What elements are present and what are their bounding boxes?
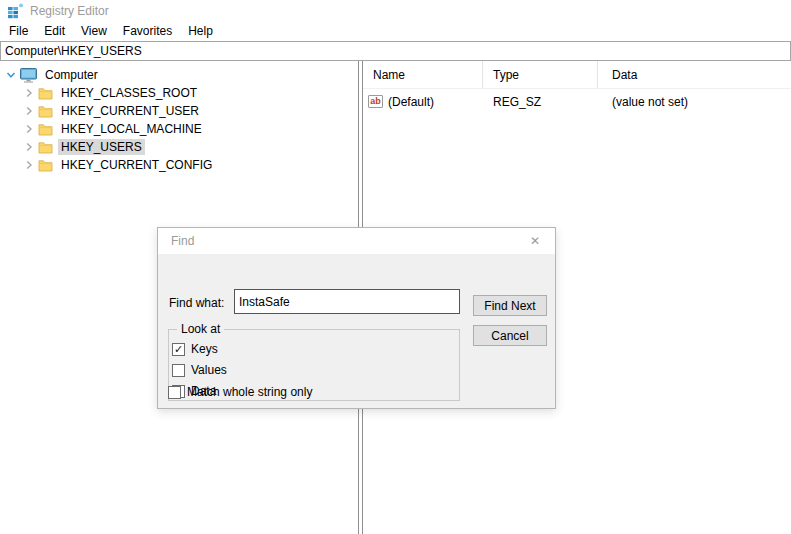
value-name-text: (Default)	[388, 95, 434, 109]
menu-file[interactable]: File	[1, 22, 36, 41]
window-title: Registry Editor	[30, 4, 109, 18]
tree-item-hkey-users[interactable]: HKEY_USERS	[0, 138, 358, 156]
tree-item-label[interactable]: Computer	[42, 67, 101, 83]
tree-item-label[interactable]: HKEY_CURRENT_CONFIG	[58, 157, 215, 173]
tree-item-hkey-classes-root[interactable]: HKEY_CLASSES_ROOT	[0, 84, 358, 102]
menu-view[interactable]: View	[73, 22, 115, 41]
column-header-data[interactable]: Data	[598, 61, 791, 88]
keys-checkbox-label[interactable]: Keys	[191, 342, 218, 356]
tree-item-hkey-current-user[interactable]: HKEY_CURRENT_USER	[0, 102, 358, 120]
value-data-cell: (value not set)	[598, 95, 791, 109]
keys-checkbox[interactable]: ✓	[172, 343, 185, 356]
column-header-type[interactable]: Type	[483, 61, 598, 88]
column-header-name[interactable]: Name	[363, 61, 483, 88]
tree-item-label[interactable]: HKEY_CURRENT_USER	[58, 103, 202, 119]
chevron-right-icon[interactable]	[24, 142, 34, 152]
find-dialog-title: Find	[171, 234, 194, 248]
list-header: Name Type Data	[363, 61, 791, 89]
find-dialog: Find ✕ Find what: Find Next Cancel Look …	[157, 227, 556, 409]
tree-item-hkey-local-machine[interactable]: HKEY_LOCAL_MACHINE	[0, 120, 358, 138]
chevron-right-icon[interactable]	[24, 160, 34, 170]
tree-item-label[interactable]: HKEY_USERS	[58, 139, 145, 155]
cancel-button[interactable]: Cancel	[473, 325, 547, 346]
computer-icon	[20, 68, 37, 83]
menu-edit[interactable]: Edit	[36, 22, 73, 41]
menu-bar: File Edit View Favorites Help	[0, 22, 791, 41]
string-value-icon: ab	[368, 95, 383, 108]
find-what-input[interactable]	[234, 289, 460, 314]
value-row-default[interactable]: ab (Default) REG_SZ (value not set)	[363, 92, 791, 111]
find-what-label: Find what:	[169, 296, 224, 310]
tree-item-hkey-current-config[interactable]: HKEY_CURRENT_CONFIG	[0, 156, 358, 174]
chevron-right-icon[interactable]	[24, 88, 34, 98]
menu-favorites[interactable]: Favorites	[115, 22, 180, 41]
folder-icon	[38, 87, 53, 100]
tree-item-computer[interactable]: Computer	[0, 66, 358, 84]
folder-icon	[38, 159, 53, 172]
registry-editor-icon	[7, 3, 24, 19]
match-whole-string-option[interactable]: Match whole string only	[168, 385, 312, 399]
look-at-group-label: Look at	[177, 322, 224, 336]
value-name-cell[interactable]: ab (Default)	[363, 95, 483, 109]
look-at-option-values[interactable]: Values	[172, 363, 227, 377]
find-dialog-titlebar[interactable]: Find ✕	[158, 228, 555, 254]
close-icon[interactable]: ✕	[523, 232, 547, 250]
tree-item-label[interactable]: HKEY_CLASSES_ROOT	[58, 85, 200, 101]
chevron-right-icon[interactable]	[24, 124, 34, 134]
folder-icon	[38, 141, 53, 154]
values-checkbox[interactable]	[172, 364, 185, 377]
folder-icon	[38, 123, 53, 136]
address-bar-input[interactable]	[0, 41, 791, 61]
find-next-button[interactable]: Find Next	[473, 295, 547, 316]
folder-icon	[38, 105, 53, 118]
menu-help[interactable]: Help	[180, 22, 221, 41]
chevron-down-icon[interactable]	[6, 70, 16, 80]
match-whole-string-checkbox[interactable]	[168, 386, 181, 399]
window-titlebar: Registry Editor	[0, 0, 791, 22]
look-at-option-keys[interactable]: ✓ Keys	[172, 342, 218, 356]
chevron-right-icon[interactable]	[24, 106, 34, 116]
value-type-cell: REG_SZ	[483, 95, 598, 109]
tree-item-label[interactable]: HKEY_LOCAL_MACHINE	[58, 121, 205, 137]
values-checkbox-label[interactable]: Values	[191, 363, 227, 377]
match-whole-string-label[interactable]: Match whole string only	[187, 385, 312, 399]
